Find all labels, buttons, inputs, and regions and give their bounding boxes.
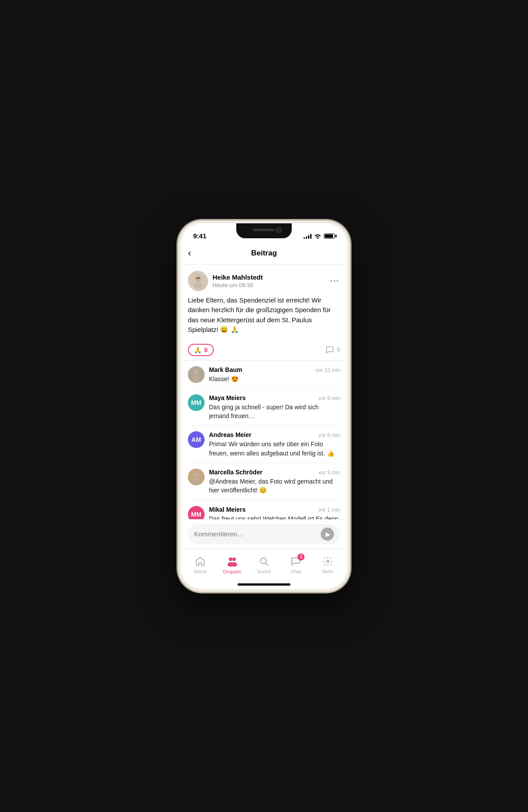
svg-point-11 [192,478,200,484]
battery-icon [324,233,335,239]
reaction-count: 8 [204,346,208,353]
chat-badge: 1 [297,553,304,561]
svg-point-7 [192,375,200,382]
comment-time: vor 1 min [319,507,340,513]
comment-avatar: AM [188,431,205,448]
comment-icon [325,346,334,354]
post-body: Liebe Eltern, das Spendenziel ist erreic… [188,295,340,335]
commenter-name: Mark Baum [209,366,242,373]
chat-icon-wrap: 1 [290,555,302,568]
post-author-time: Heute um 08:30 [213,282,263,288]
post-comment-count: 5 [337,346,340,353]
comment-item: AM Andreas Meier vor 8 min Prima! Wir wü… [188,426,340,463]
comment-header: Andreas Meier vor 8 min [209,431,340,438]
home-indicator [181,580,347,589]
home-bar [238,583,290,586]
comment-text: Prima! Wir würden uns sehr über ein Foto… [209,440,340,458]
svg-point-18 [326,560,329,562]
comment-input-wrap: ▶ [188,524,340,544]
commenter-name: Marcella Schröder [209,469,262,476]
comment-content: Andreas Meier vor 8 min Prima! Wir würde… [209,431,340,458]
reaction-emoji: 🙏 [194,346,202,353]
status-icons [304,233,335,239]
comment-text: Das freut uns sehr! Welches Modell ist E… [209,514,340,519]
signal-icon [304,233,312,239]
post-more-button[interactable] [329,278,340,284]
nav-item-home[interactable]: Home [188,555,213,574]
post-section: Heike Mahlstedt Heute um 08:30 Liebe Elt… [181,265,347,361]
comment-item: Marcella Schröder vor 3 min @Andreas Mei… [188,463,340,501]
camera [276,227,282,233]
home-icon-wrap [194,555,206,568]
send-icon: ▶ [326,531,330,538]
comment-content: Mark Baum vor 10 min Klasse! 😍 [209,366,340,383]
post-header: Heike Mahlstedt Heute um 08:30 [188,271,340,291]
comment-input-bar: ▶ [181,519,347,549]
comment-text: Das ging ja schnell - super! Da wird sic… [209,403,340,421]
search-icon [259,556,269,567]
comment-header: Maya Meiers vor 8 min [209,394,340,401]
status-time: 9:41 [193,232,206,240]
nav-label-suche: Suche [257,569,271,574]
comments-section: Mark Baum vor 10 min Klasse! 😍 MM Maya M… [181,361,347,519]
comment-time: vor 8 min [319,432,340,438]
svg-point-15 [231,562,237,567]
notch [236,223,292,238]
nav-label-mehr: Mehr [322,569,333,574]
svg-line-17 [265,563,268,565]
home-icon [195,556,205,567]
page-title: Beitrag [251,249,277,258]
content-area: Heike Mahlstedt Heute um 08:30 Liebe Elt… [181,265,347,519]
comment-input[interactable] [194,530,317,538]
nav-label-gruppen: Gruppen [223,569,242,574]
comment-header: Mikal Meiers vor 1 min [209,506,340,513]
comment-header: Marcella Schröder vor 3 min [209,469,340,476]
nav-item-suche[interactable]: Suche [252,555,276,574]
gruppen-icon [226,556,238,567]
svg-point-13 [232,557,236,561]
reaction-button[interactable]: 🙏 8 [188,344,214,356]
svg-point-10 [194,473,198,477]
comment-time: vor 10 min [315,367,340,373]
comment-avatar [188,469,205,485]
comment-content: Marcella Schröder vor 3 min @Andreas Mei… [209,469,340,495]
post-author-info: Heike Mahlstedt Heute um 08:30 [188,271,263,291]
nav-label-home: Home [194,569,207,574]
settings-icon [323,556,333,567]
avatar-image [190,273,206,289]
commenter-name: Maya Meiers [209,394,246,401]
back-button[interactable]: ‹ [188,248,191,259]
commenter-name: Andreas Meier [209,431,251,438]
svg-point-6 [194,370,198,375]
commenter-name: Mikal Meiers [209,506,246,513]
comment-header: Mark Baum vor 10 min [209,366,340,373]
post-author-name: Heike Mahlstedt [213,273,263,281]
nav-item-gruppen[interactable]: Gruppen [220,555,245,574]
nav-header: ‹ Beitrag [181,243,347,265]
comment-item: MM Mikal Meiers vor 1 min Das freut uns … [188,501,340,519]
comment-count: 5 [325,346,340,354]
post-author-avatar [188,271,208,291]
send-button[interactable]: ▶ [321,528,334,541]
speaker [253,229,275,231]
suche-icon-wrap [258,555,270,568]
comment-content: Maya Meiers vor 8 min Das ging ja schnel… [209,394,340,421]
nav-item-chat[interactable]: 1 Chat [283,555,308,574]
comment-item: MM Maya Meiers vor 8 min Das ging ja sch… [188,389,340,426]
nav-item-mehr[interactable]: Mehr [315,555,340,574]
comment-avatar [188,366,205,383]
bottom-nav: Home Gruppen [181,549,347,580]
post-reactions: 🙏 8 5 [188,340,340,360]
comment-time: vor 8 min [319,395,340,401]
comment-time: vor 3 min [319,470,340,476]
mehr-icon-wrap [322,555,334,568]
comment-avatar: MM [188,506,205,519]
comment-avatar: MM [188,394,205,411]
svg-point-12 [229,557,232,561]
wifi-icon [314,233,321,239]
comment-text: Klasse! 😍 [209,375,340,383]
comment-item: Mark Baum vor 10 min Klasse! 😍 [188,361,340,389]
comment-content: Mikal Meiers vor 1 min Das freut uns seh… [209,506,340,519]
gruppen-icon-wrap [226,555,238,568]
svg-point-2 [194,282,202,288]
